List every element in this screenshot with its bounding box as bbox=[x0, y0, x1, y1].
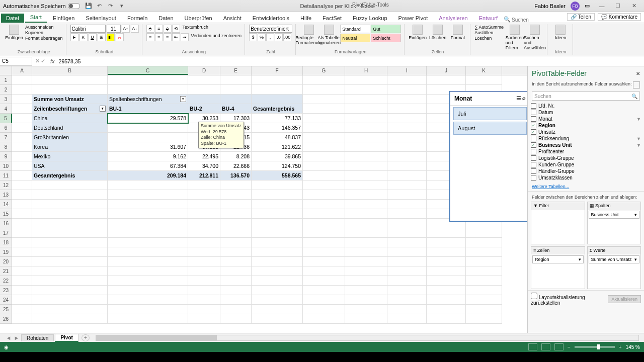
slicer-item[interactable]: August bbox=[453, 122, 527, 135]
paste-button[interactable]: Einfügen bbox=[5, 25, 23, 40]
cell[interactable] bbox=[32, 75, 108, 85]
cell[interactable] bbox=[345, 247, 387, 257]
cell[interactable] bbox=[466, 276, 502, 286]
format-painter-button[interactable]: Format übertragen bbox=[25, 36, 63, 41]
field-item[interactable]: ✓Business Unit▼ bbox=[531, 142, 641, 148]
cell[interactable]: 121.622 bbox=[252, 142, 303, 152]
redo-icon[interactable]: ↷ bbox=[107, 3, 114, 10]
cell[interactable]: 209.184 bbox=[108, 171, 188, 180]
multi-select-icon[interactable]: ☰ bbox=[516, 95, 521, 102]
cell[interactable] bbox=[387, 114, 427, 123]
row-header[interactable]: 12 bbox=[0, 180, 12, 190]
cell[interactable] bbox=[32, 314, 108, 324]
checkbox-icon[interactable] bbox=[531, 155, 536, 161]
cell[interactable] bbox=[220, 247, 252, 257]
cell[interactable] bbox=[252, 257, 303, 266]
row-header[interactable]: 9 bbox=[0, 152, 12, 161]
defer-layout-checkbox[interactable]: Layoutaktualisierung zurückstellen bbox=[531, 293, 608, 306]
cell[interactable] bbox=[252, 314, 303, 324]
cell[interactable]: 212.811 bbox=[188, 171, 220, 180]
cell[interactable] bbox=[108, 276, 188, 286]
cell[interactable] bbox=[188, 75, 220, 85]
cell[interactable] bbox=[303, 114, 345, 123]
cell[interactable]: 124.750 bbox=[252, 161, 303, 171]
cell[interactable] bbox=[345, 228, 387, 238]
sheet-tab-rohdaten[interactable]: Rohdaten bbox=[21, 334, 54, 341]
save-icon[interactable]: 💾 bbox=[85, 3, 92, 10]
row-header[interactable]: 25 bbox=[0, 305, 12, 314]
cell[interactable] bbox=[427, 305, 466, 314]
cell[interactable] bbox=[12, 286, 32, 295]
cell[interactable] bbox=[252, 219, 303, 228]
cell[interactable] bbox=[303, 209, 345, 219]
slicer-monat[interactable]: Monat ☰ ⌀ Juli August bbox=[450, 92, 527, 221]
cell[interactable] bbox=[252, 266, 303, 276]
cell[interactable] bbox=[345, 161, 387, 171]
cell[interactable] bbox=[252, 238, 303, 247]
inc-decimal-icon[interactable]: .0 bbox=[275, 33, 283, 41]
cell[interactable] bbox=[32, 180, 108, 190]
cell[interactable] bbox=[252, 180, 303, 190]
cell[interactable] bbox=[345, 305, 387, 314]
cell[interactable] bbox=[220, 190, 252, 200]
underline-icon[interactable]: U bbox=[89, 33, 97, 41]
drop-values[interactable]: Σ WerteSumme von Umsatz▾ bbox=[587, 246, 641, 289]
cell[interactable] bbox=[32, 305, 108, 314]
checkbox-icon[interactable]: ✓ bbox=[531, 142, 536, 148]
cell[interactable] bbox=[220, 257, 252, 266]
cell[interactable] bbox=[12, 180, 32, 190]
cell[interactable] bbox=[466, 305, 502, 314]
cell[interactable] bbox=[303, 228, 345, 238]
row-header[interactable]: 14 bbox=[0, 200, 12, 209]
cell[interactable] bbox=[345, 266, 387, 276]
cell[interactable] bbox=[345, 295, 387, 305]
cell[interactable] bbox=[252, 190, 303, 200]
row-header[interactable]: 13 bbox=[0, 190, 12, 200]
cell[interactable] bbox=[252, 75, 303, 85]
cell[interactable]: 77.133 bbox=[252, 114, 303, 123]
col-header-F[interactable]: F bbox=[252, 66, 303, 75]
cell[interactable] bbox=[427, 266, 466, 276]
as-table-button[interactable]: Als Tabelle formatieren bbox=[320, 25, 338, 45]
cell[interactable] bbox=[387, 85, 427, 95]
share-button[interactable]: 🔗 Teilen bbox=[567, 13, 595, 21]
cell[interactable] bbox=[252, 209, 303, 219]
checkbox-icon[interactable]: ✓ bbox=[531, 123, 536, 128]
field-item[interactable]: Umsatzklassen bbox=[531, 174, 641, 181]
sheet-nav-prev-icon[interactable]: ◄ bbox=[5, 335, 12, 341]
cell[interactable] bbox=[345, 114, 387, 123]
checkbox-icon[interactable] bbox=[531, 168, 536, 174]
cell[interactable] bbox=[345, 190, 387, 200]
field-item[interactable]: Lfd. Nr. bbox=[531, 103, 641, 109]
gear-icon[interactable] bbox=[633, 81, 640, 88]
cell[interactable] bbox=[220, 314, 252, 324]
cell[interactable] bbox=[345, 219, 387, 228]
tab-dev[interactable]: Entwicklertools bbox=[248, 14, 294, 23]
delete-cells-button[interactable]: Löschen bbox=[429, 25, 447, 40]
fill-color-icon[interactable]: ◧ bbox=[107, 33, 115, 41]
number-format-select[interactable] bbox=[249, 25, 292, 33]
drop-item[interactable]: Summe von Umsatz▾ bbox=[589, 255, 640, 263]
grow-font-icon[interactable]: A↑ bbox=[122, 25, 130, 33]
row-header[interactable]: 2 bbox=[0, 85, 12, 95]
cell[interactable] bbox=[427, 276, 466, 286]
drop-item[interactable]: Business Unit▾ bbox=[589, 211, 640, 219]
cell[interactable] bbox=[12, 238, 32, 247]
zoom-slider[interactable] bbox=[575, 346, 615, 348]
cell[interactable] bbox=[387, 314, 427, 324]
cell[interactable] bbox=[466, 266, 502, 276]
enter-formula-icon[interactable]: ✓ bbox=[41, 58, 45, 64]
cell[interactable] bbox=[108, 286, 188, 295]
cell[interactable] bbox=[303, 142, 345, 152]
col-header-B[interactable]: B bbox=[32, 66, 108, 75]
cell[interactable]: 22.495 bbox=[188, 152, 220, 161]
cut-button[interactable]: Ausschneiden bbox=[25, 25, 63, 30]
spreadsheet-grid[interactable]: A B C D E F G H I J K 123456789101112131… bbox=[0, 66, 527, 333]
cell[interactable] bbox=[252, 295, 303, 305]
cell[interactable] bbox=[466, 286, 502, 295]
tab-home[interactable]: Start bbox=[25, 13, 47, 23]
cell[interactable] bbox=[387, 75, 427, 85]
cell[interactable] bbox=[387, 228, 427, 238]
maximize-icon[interactable]: ☐ bbox=[611, 2, 625, 11]
cell[interactable]: Zeilenbeschriftungen▾ bbox=[32, 104, 108, 114]
